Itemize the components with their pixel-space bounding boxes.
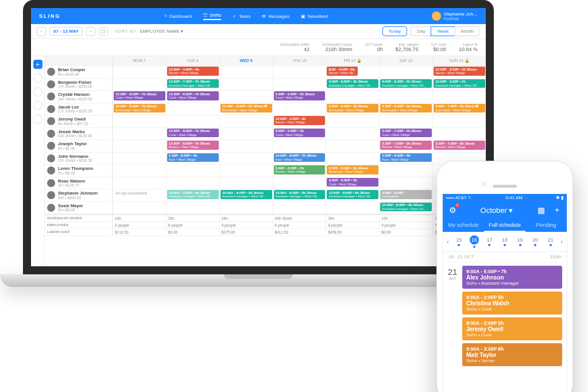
shift-block[interactable]: 3:00P - 6:00P • 3h 30minCook • West Vill… xyxy=(274,91,326,100)
schedule-cell[interactable]: 12:00P - 7:30P • 7h 30minAssistant manag… xyxy=(166,79,219,91)
shift-block[interactable]: 3:30P - 7:00P • 3h 30minBarista • West V… xyxy=(434,141,485,150)
employee-cell[interactable]: Jacob Lee17h 30min • $262.50 xyxy=(45,103,113,115)
nav-dashboard[interactable]: ⌗ Dashboard xyxy=(164,13,192,20)
shift-block[interactable]: 10:00A - 8:00P • 9h 30minAssistant manag… xyxy=(274,190,326,199)
shift-block[interactable]: 3:00P - 8:00PUnavailable xyxy=(380,190,432,199)
schedule-cell[interactable]: 12:00P - 3:30P • 3hServer • West Village xyxy=(273,115,326,127)
schedule-cell[interactable]: 3:00P - 6:00P • 2hCook • West Village xyxy=(326,177,379,189)
next-week-button[interactable]: › xyxy=(86,27,95,36)
shift-block[interactable]: 3:30P - 6:30P • 3h 30minSommelier • West… xyxy=(380,104,432,113)
schedule-cell[interactable] xyxy=(113,66,166,78)
shift-block[interactable]: 12:00P - 8:00P • 7h 30minCook • West Vil… xyxy=(167,129,219,138)
shift-block[interactable]: 3:00P - 6:00P • 2hBusser • West Village xyxy=(274,165,326,174)
schedule-cell[interactable]: 12:00P - 8:00P • 7h 30minBarista • West … xyxy=(166,140,219,152)
schedule-cell[interactable]: 4:00P - 8:00P • 3h 30minAssistant manage… xyxy=(326,79,379,91)
schedule-cell[interactable] xyxy=(273,202,326,214)
schedule-cell[interactable] xyxy=(432,128,486,140)
view-week[interactable]: Week xyxy=(431,26,454,36)
day-header[interactable]: MON 7 xyxy=(113,56,166,65)
schedule-cell[interactable] xyxy=(379,177,432,189)
schedule-cell[interactable]: 12:00P - 8:00P • 7h 30minSommelier • Wes… xyxy=(113,103,166,115)
view-month[interactable]: Month xyxy=(455,26,480,36)
schedule-cell[interactable] xyxy=(219,177,273,189)
employee-cell[interactable]: Jessie Marks83h 30min • $150.00 xyxy=(45,128,113,140)
day-strip[interactable]: ‹15161718192021› xyxy=(443,232,567,252)
schedule-cell[interactable]: 12:00P - 4:00P • 4hServer • West Village xyxy=(166,66,219,78)
sort-dropdown[interactable]: EMPLOYEE NAME ▾ xyxy=(140,29,184,34)
schedule-cell[interactable]: 3:30P - 7:00P • 3h 30minCook • West Vill… xyxy=(379,128,432,140)
add-button[interactable]: + xyxy=(33,60,42,69)
shift-block[interactable]: 3:00P - 6:00P • 2hCook • West Village xyxy=(274,129,326,138)
calendar-picker-button[interactable]: ▢ xyxy=(99,27,108,36)
schedule-cell[interactable] xyxy=(113,177,166,189)
rail-icon-1[interactable] xyxy=(33,73,42,83)
schedule-cell[interactable] xyxy=(219,128,273,140)
day-strip-item[interactable]: 18 xyxy=(498,237,512,246)
schedule-cell[interactable]: 12:00P - 8:00P • 7h 30minHost • West Vil… xyxy=(273,153,326,165)
shift-block[interactable]: 4:00P - 8:00P • 3h 30minAssistant manage… xyxy=(327,79,378,88)
schedule-cell[interactable]: 3:00P - 6:30P • 3h 30minSommelier • West… xyxy=(326,103,379,115)
date-range[interactable]: 07 - 13 MAY xyxy=(49,27,83,36)
schedule-cell[interactable]: 6:00P - 8:30P • 3h 30minAssistant manage… xyxy=(379,79,432,91)
schedule-cell[interactable]: 12:00P - 8:00P • 9h 30minAssistant manag… xyxy=(379,202,432,214)
schedule-cell[interactable]: 12:00P - 8:00P • 7h 30minCook • West Vil… xyxy=(166,128,219,140)
tab-full-schedule[interactable]: Full schedule xyxy=(484,219,525,232)
employee-cell[interactable]: Stephanie Johnson40h • $800.00 xyxy=(45,189,113,201)
schedule-cell[interactable]: 12:00P - 8:00P • 9h 30minAssistant manag… xyxy=(326,189,379,201)
day-header[interactable]: WED 9 xyxy=(219,56,273,65)
employee-cell[interactable]: Crystal Hanson20h 30min • $325.00 xyxy=(45,91,113,103)
prev-week-button[interactable]: ‹ xyxy=(37,27,46,36)
shift-block[interactable]: 12:00P - 8:00P • 7h 30minBarista • West … xyxy=(167,141,219,150)
schedule-cell[interactable]: 3:30P - 6:30P • 3h 30minSommelier • West… xyxy=(379,103,432,115)
shift-card[interactable]: 9:00A - 3:00P 6hMatt TaylorSoho • Server xyxy=(462,343,562,366)
shift-card[interactable]: 9:00A - 5:00P • 7hAlex JohnsonSoho • Ass… xyxy=(462,266,562,289)
shift-block[interactable]: 12:00P - 8:00P • 7h 30minSommelier • Wes… xyxy=(114,104,165,113)
rail-icon-2[interactable] xyxy=(33,87,42,96)
schedule-cell[interactable] xyxy=(219,153,273,165)
schedule-cell[interactable]: All day Unavailable xyxy=(113,189,166,201)
schedule-cell[interactable]: 4:00P - 7:00P • 3h 30min ⇄Sommelier • We… xyxy=(432,103,486,115)
shift-block[interactable]: 12:00P - 3:00P • 2hAssistant manager • W… xyxy=(434,79,485,88)
schedule-cell[interactable]: 12:00P - 8:00P • 7h 30minCook • West Vil… xyxy=(113,91,166,103)
shift-cards[interactable]: 9:00A - 5:00P • 7hAlex JohnsonSoho • Ass… xyxy=(462,262,567,370)
shift-block[interactable]: 8:00 - 4:00P • 8hServer • West Vill… xyxy=(327,67,358,76)
employee-cell[interactable]: Benjamin Fisher17h 30min • $350.00 xyxy=(45,79,113,91)
schedule-cell[interactable] xyxy=(379,91,432,103)
shift-block[interactable]: 12:00P - 8:00P • 9h 30minAssistant manag… xyxy=(327,190,378,199)
day-strip-item[interactable]: 20 xyxy=(528,237,543,246)
schedule-cell[interactable] xyxy=(113,79,166,91)
schedule-cell[interactable] xyxy=(166,115,219,127)
shift-block[interactable]: 10:00A - 8:00P • 9h 30minAssistant manag… xyxy=(220,190,272,199)
schedule-cell[interactable]: 12:00P - 3:00P • 2h 30min ⇄Sommelier • W… xyxy=(219,103,273,115)
employee-cell[interactable]: John Normann15h 30min • $292.50 xyxy=(45,153,113,165)
shift-block[interactable]: 1:30P - 6:00P • 4hHost • West Village xyxy=(380,153,432,162)
day-strip-item[interactable]: 19 xyxy=(513,237,527,246)
schedule-cell[interactable] xyxy=(113,165,166,177)
schedule-cell[interactable]: 12:00P - 3:00P • 2hAssistant manager • W… xyxy=(432,79,486,91)
schedule-cell[interactable]: 3:30P - 7:00P • 3h 30minBarista • West V… xyxy=(379,140,432,152)
employee-cell[interactable]: Joseph Taylor8h • $0.00 xyxy=(45,140,113,152)
day-strip-item[interactable]: 15 xyxy=(452,237,466,246)
day-header[interactable]: TUE 8 xyxy=(166,56,219,65)
schedule-cell[interactable]: 3:00P - 6:00P • 2hBusser • West Village xyxy=(273,165,326,177)
schedule-cell[interactable]: 10:00A - 8:00P • 9h 30minAssistant manag… xyxy=(273,189,326,201)
schedule-cell[interactable]: 3:00P - 6:00P • 3h 30minCook • West Vill… xyxy=(273,91,326,103)
schedule-cell[interactable] xyxy=(166,202,219,214)
month-picker[interactable]: October ▾ xyxy=(481,206,513,215)
schedule-cell[interactable] xyxy=(219,140,273,152)
schedule-cell[interactable]: 3:30P - 7:00P • 3h 30minBarista • West V… xyxy=(432,140,486,152)
schedule-cell[interactable]: 3:00P - 8:00PUnavailable xyxy=(379,189,432,201)
schedule-cell[interactable] xyxy=(219,66,273,78)
schedule-cell[interactable]: 12:00P - 3:30P • 3h 30minServer • West V… xyxy=(432,66,486,78)
shift-block[interactable]: 12:00P - 3:30P • 3h 30minServer • West V… xyxy=(434,67,485,76)
day-header[interactable]: SAT 12 xyxy=(379,56,432,65)
schedule-cell[interactable]: 10:00A - 8:00P • 9h 30minAssistant manag… xyxy=(219,189,273,201)
next-day-icon[interactable]: › xyxy=(559,239,564,245)
schedule-cell[interactable] xyxy=(166,177,219,189)
shift-card[interactable]: 9:00A - 2:00P 5hChristina WalshSoho • Co… xyxy=(462,292,562,315)
shift-block[interactable]: 6:00P - 8:30P • 3h 30minAssistant manage… xyxy=(380,79,432,88)
employee-cell[interactable]: Jeremy Owell4h 30min • $97.50 xyxy=(45,115,113,127)
schedule-cell[interactable] xyxy=(326,128,379,140)
nav-tasks[interactable]: ✓ Tasks xyxy=(233,13,250,20)
schedule-cell[interactable]: 10:00A - 8:00P • 9h 30minAssistant manag… xyxy=(166,189,219,201)
